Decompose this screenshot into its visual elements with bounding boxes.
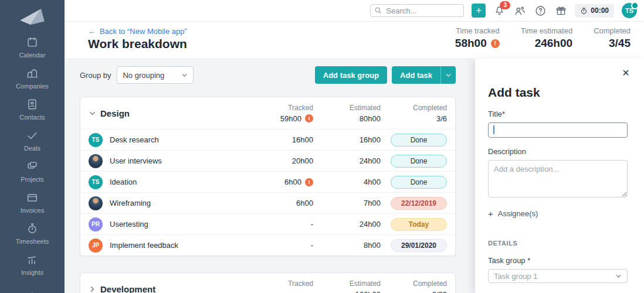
projects-icon	[26, 160, 39, 173]
task-group-list: Design Tracked 59h00 Estimated 80h00 Com…	[80, 97, 456, 293]
task-title: Usertesting	[110, 220, 148, 229]
status-badge: Done	[391, 155, 447, 168]
chevron-down-icon	[181, 72, 188, 79]
sidebar-item-invoices[interactable]: Invoices	[21, 191, 44, 214]
bell-button[interactable]: 3	[493, 5, 506, 17]
sidebar-item-companies[interactable]: Companies	[16, 67, 49, 90]
status-badge: 29/01/2020	[391, 239, 447, 252]
chevron-down-icon[interactable]	[89, 110, 96, 117]
task-group-value: Task group 1	[494, 272, 537, 281]
status-dot	[631, 2, 639, 9]
header-stats: Time tracked 58h00 Time estimated 246h00…	[455, 26, 631, 50]
avatar: PR	[89, 217, 103, 231]
add-task-button[interactable]: Add task	[392, 66, 440, 84]
details-section-label: DETAILS	[488, 240, 628, 247]
task-group-field-label: Task group *	[488, 256, 628, 265]
insights-icon	[26, 253, 39, 266]
search-box	[370, 4, 464, 17]
topbar-actions: 3	[493, 5, 567, 17]
sidebar: Calendar Companies Contacts Deals Projec…	[0, 0, 65, 293]
chevron-down-icon	[445, 72, 452, 79]
add-task-group-button[interactable]: Add task group	[315, 66, 387, 84]
sidebar-item-projects[interactable]: Projects	[21, 160, 44, 183]
task-group-name: Development	[100, 284, 155, 293]
arrow-left-icon	[88, 27, 96, 36]
avatar: JP	[89, 239, 103, 253]
task-row[interactable]: TS Ideation 6h00 4h00 Done	[80, 171, 455, 192]
paper-plane-logo[interactable]	[19, 8, 46, 28]
search-icon	[374, 6, 382, 14]
stopwatch-icon	[580, 7, 588, 15]
chevron-right-icon[interactable]	[89, 285, 96, 293]
status-badge: 22/12/2019	[391, 197, 447, 210]
add-assignees-link[interactable]: Assignee(s)	[488, 209, 628, 219]
description-textarea[interactable]	[488, 160, 628, 197]
sidebar-item-timesheets[interactable]: Timesheets	[16, 222, 49, 246]
work-breakdown-app: Calendar Companies Contacts Deals Projec…	[0, 0, 644, 293]
task-title: Ideation	[110, 178, 137, 186]
title-input[interactable]	[488, 122, 628, 138]
users-button[interactable]	[514, 5, 526, 17]
timesheets-icon	[26, 222, 39, 235]
avatar-photo	[89, 196, 103, 210]
task-group-design: Design Tracked 59h00 Estimated 80h00 Com…	[80, 97, 456, 256]
calendar-icon	[26, 36, 39, 49]
sidebar-item-contacts[interactable]: Contacts	[19, 98, 45, 121]
back-link[interactable]: Back to “New Mobile app”	[88, 27, 187, 36]
task-title: Implement feedback	[110, 241, 178, 250]
text-caret	[493, 125, 494, 134]
panel-title: Add task	[488, 86, 628, 100]
task-group-development: Development Tracked - Estimated 166h00 C…	[80, 272, 456, 293]
invoices-icon	[26, 191, 39, 204]
sidebar-item-deals[interactable]: Deals	[24, 129, 40, 152]
task-group-header[interactable]: Design Tracked 59h00 Estimated 80h00 Com…	[80, 97, 455, 129]
help-button[interactable]	[534, 5, 547, 17]
gift-button[interactable]	[555, 5, 567, 17]
notification-count-badge: 3	[500, 1, 510, 9]
sidebar-item-calendar[interactable]: Calendar	[19, 36, 46, 59]
chevron-down-icon	[615, 273, 622, 280]
column-header-estimated: Estimated	[313, 104, 381, 112]
warning-icon	[305, 114, 313, 122]
task-title: Desk research	[110, 135, 159, 144]
task-row[interactable]: User interviews 20h00 24h00 Done	[80, 150, 455, 171]
description-field-label: Description	[488, 147, 628, 156]
topbar: 3 00:00 TS	[65, 0, 644, 22]
search-input[interactable]	[370, 4, 464, 17]
task-title: User interviews	[110, 156, 162, 165]
group-by-value: No grouping	[123, 71, 164, 80]
task-row[interactable]: JP Implement feedback - 8h00 29/01/2020	[80, 234, 455, 255]
avatar: TS	[89, 133, 103, 147]
column-header-estimated: Estimated	[313, 280, 381, 288]
close-icon[interactable]	[621, 68, 631, 79]
task-title: Wireframing	[110, 199, 151, 207]
column-header-tracked: Tracked	[250, 280, 313, 288]
add-task-panel: Add task Title* Description Assignee(s) …	[475, 59, 644, 293]
plus-icon	[488, 209, 493, 219]
task-row[interactable]: Wireframing 6h00 7h00 22/12/2019	[80, 192, 455, 213]
page-header: Back to “New Mobile app” Work breakdown …	[65, 21, 644, 59]
timer-button[interactable]: 00:00	[575, 4, 614, 18]
task-group-header[interactable]: Development Tracked - Estimated 166h00 C…	[80, 273, 455, 293]
products-icon	[26, 284, 39, 293]
user-avatar[interactable]: TS	[622, 3, 637, 18]
contacts-icon	[26, 98, 39, 111]
task-row[interactable]: PR Usertesting - 24h00 Today	[80, 213, 455, 234]
task-group-select[interactable]: Task group 1	[488, 269, 628, 283]
users-icon	[514, 5, 526, 17]
toolbar: Group by No grouping Add task group Add …	[80, 66, 456, 84]
sidebar-item-products-icon[interactable]	[26, 284, 39, 293]
warning-icon	[305, 178, 313, 186]
sidebar-item-insights[interactable]: Insights	[21, 253, 43, 277]
page-title: Work breakdown	[88, 37, 187, 51]
status-badge: Today	[391, 218, 447, 231]
stat-time-estimated: Time estimated 246h00	[521, 26, 572, 50]
column-header-completed: Completed	[381, 104, 447, 112]
column-header-tracked: Tracked	[250, 104, 313, 112]
group-by-select[interactable]: No grouping	[117, 66, 194, 84]
help-icon	[534, 5, 547, 17]
add-task-split-button: Add task	[392, 66, 456, 84]
task-row[interactable]: TS Desk research 16h00 16h00 Done	[80, 129, 455, 150]
add-task-dropdown-button[interactable]	[440, 66, 456, 84]
quick-add-button[interactable]	[472, 4, 486, 18]
